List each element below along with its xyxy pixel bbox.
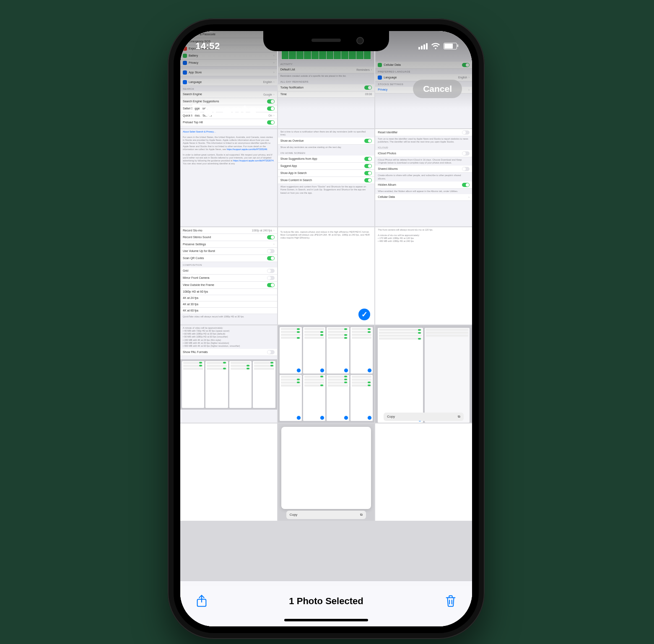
copy-action-bar: Copy ⧉	[384, 413, 464, 421]
photo-thumb[interactable]: Record Slo-mo1080p at 240 fps› Record St…	[180, 227, 277, 325]
preview-sheet	[281, 427, 371, 509]
photo-thumb[interactable]: The front camera will always record slo-…	[375, 227, 472, 325]
photo-thumb[interactable]: Copy ⧉	[375, 325, 472, 423]
photo-thumb[interactable]: A minute of video will be approximately:…	[180, 325, 277, 423]
cancel-button[interactable]: Cancel	[413, 80, 462, 98]
trash-icon	[444, 595, 457, 608]
photo-thumb-selected[interactable]: To reduce file size, capture photos and …	[278, 227, 375, 325]
copy-icon: ⧉	[458, 415, 460, 418]
photo-thumb[interactable]: Set a time to show a notification when t…	[278, 129, 375, 226]
copy-icon: ⧉	[360, 513, 363, 517]
copy-action-bar: Copy ⧉	[286, 511, 366, 519]
selection-count: 1 Photo Selected	[289, 596, 363, 607]
photo-thumb[interactable]: Copy ⧉	[278, 423, 375, 521]
photo-thumb[interactable]: About Safari Search & Privacy… For users…	[180, 129, 277, 226]
share-icon	[195, 595, 208, 608]
delete-button[interactable]	[442, 592, 459, 610]
status-time: 14:52	[195, 41, 220, 52]
album-title: Recents	[191, 101, 257, 120]
photo-thumb[interactable]	[278, 325, 375, 423]
photo-thumb[interactable]	[180, 423, 277, 521]
photo-grid[interactable]: Face ID & Passcode› Emergency SOS› Expos…	[180, 31, 472, 626]
copy-label: Copy	[387, 415, 395, 418]
wifi-icon	[431, 43, 440, 49]
photo-thumb[interactable]	[375, 423, 472, 521]
phone-frame: 14:52 Recents Cancel Face ID & Passcode›…	[168, 18, 485, 639]
notch	[263, 31, 389, 51]
battery-icon	[444, 43, 457, 49]
copy-label: Copy	[290, 513, 298, 517]
selection-checkmark-icon: ✓	[358, 308, 371, 321]
cellular-signal-icon	[418, 43, 428, 49]
photo-thumb[interactable]: Reset Identifier Turn on to reset the id…	[375, 129, 472, 226]
share-button[interactable]	[193, 592, 210, 610]
screen: 14:52 Recents Cancel Face ID & Passcode›…	[180, 31, 472, 626]
home-indicator[interactable]	[284, 619, 368, 621]
